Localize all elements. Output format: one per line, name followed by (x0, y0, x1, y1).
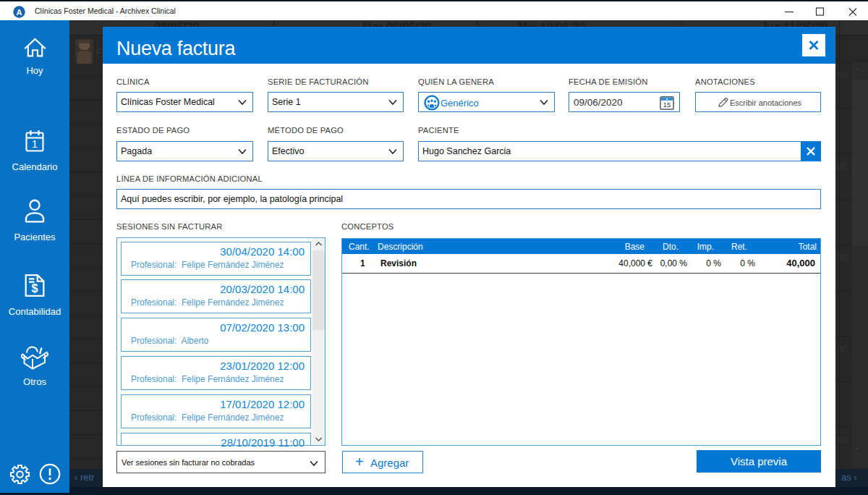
svg-text:$: $ (32, 282, 38, 295)
svg-text:1: 1 (32, 138, 38, 150)
svg-text:15: 15 (663, 101, 671, 109)
svg-text:A: A (17, 8, 22, 17)
